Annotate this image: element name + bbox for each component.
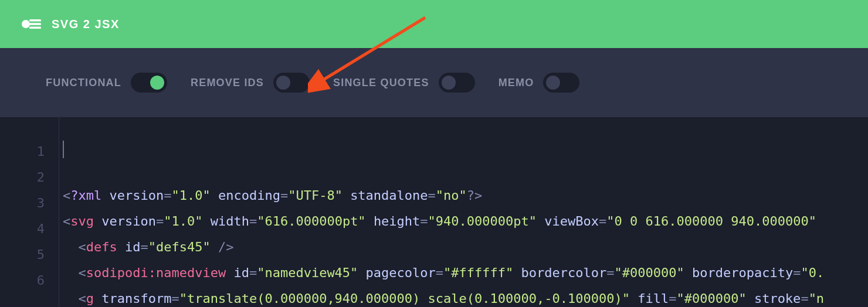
code-line[interactable]: <svg version="1.0" width="616.000000pt" … xyxy=(63,209,868,234)
option-remove-ids-toggle[interactable] xyxy=(273,73,310,93)
svg-rect-1 xyxy=(29,19,41,22)
line-number: 4 xyxy=(0,216,45,242)
svg-rect-3 xyxy=(29,27,41,29)
svg-rect-2 xyxy=(29,23,41,25)
option-memo-label: MEMO xyxy=(499,77,534,89)
svg-point-0 xyxy=(22,20,30,28)
app-title: SVG 2 JSX xyxy=(52,18,120,31)
line-number: 6 xyxy=(0,268,45,294)
option-remove-ids-label: REMOVE IDS xyxy=(191,77,264,89)
app-header: SVG 2 JSX xyxy=(0,0,868,48)
option-memo: MEMO xyxy=(499,73,580,93)
code-line[interactable]: <defs id="defs45" /> xyxy=(63,234,868,260)
option-single-quotes-toggle[interactable] xyxy=(439,73,475,93)
code-line[interactable]: <?xml version="1.0" encoding="UTF-8" sta… xyxy=(63,183,868,209)
option-functional-label: FUNCTIONAL xyxy=(46,77,121,89)
editor-caret-icon xyxy=(63,141,64,158)
editor-gutter: 1 2 3 4 5 6 xyxy=(0,117,59,307)
option-single-quotes: SINGLE QUOTES xyxy=(333,73,475,93)
option-remove-ids: REMOVE IDS xyxy=(191,73,310,93)
line-number: 3 xyxy=(0,190,45,216)
line-number: 5 xyxy=(0,242,45,268)
option-functional-toggle[interactable] xyxy=(131,73,167,93)
code-editor[interactable]: 1 2 3 4 5 6 <?xml version="1.0" encoding… xyxy=(0,117,868,307)
code-line[interactable]: <g transform="translate(0.000000,940.000… xyxy=(63,286,868,307)
options-toolbar: FUNCTIONAL REMOVE IDS SINGLE QUOTES MEMO xyxy=(0,48,868,117)
option-single-quotes-label: SINGLE QUOTES xyxy=(333,77,429,89)
app-logo-icon xyxy=(21,18,41,30)
code-line[interactable]: <sodipodi:namedview id="namedview45" pag… xyxy=(63,260,868,286)
editor-code-pane[interactable]: <?xml version="1.0" encoding="UTF-8" sta… xyxy=(59,117,868,307)
option-memo-toggle[interactable] xyxy=(543,73,579,93)
line-number: 1 xyxy=(0,139,45,165)
line-number: 2 xyxy=(0,165,45,190)
option-functional: FUNCTIONAL xyxy=(46,73,167,93)
